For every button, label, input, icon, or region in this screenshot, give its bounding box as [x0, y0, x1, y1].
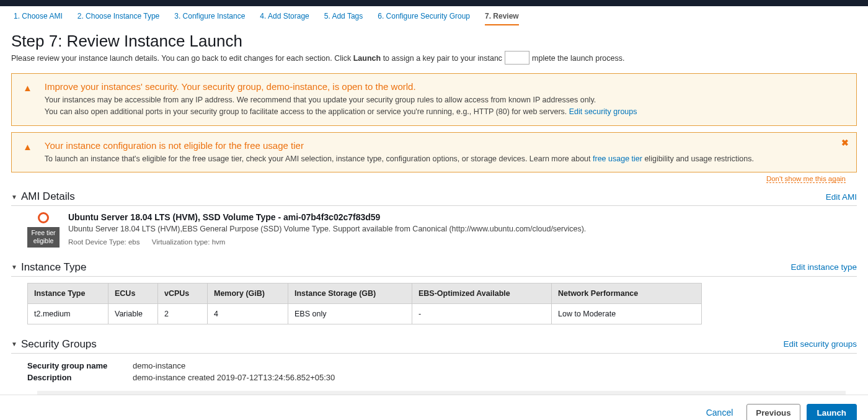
warning-icon: ▲ — [23, 83, 32, 118]
cell-memory: 4 — [208, 303, 288, 324]
section-title-ami: AMI Details — [21, 190, 826, 203]
dont-show-again-link[interactable]: Don't show me this again — [766, 175, 846, 183]
col-memory: Memory (GiB) — [208, 283, 288, 303]
thumbnail-icon — [505, 51, 529, 65]
ami-details-section: ▼ AMI Details Edit AMI Free tier eligibl… — [11, 188, 857, 247]
instance-type-table: Instance Type ECUs vCPUs Memory (GiB) In… — [27, 283, 702, 324]
subtitle-bold: Launch — [353, 54, 381, 63]
wizard-step-4[interactable]: 4. Add Storage — [260, 12, 309, 24]
sg-name-value: demo-instance — [133, 361, 185, 370]
footer-bar: Cancel Previous Launch — [0, 395, 868, 421]
instance-type-section: ▼ Instance Type Edit instance type Insta… — [11, 259, 857, 324]
security-groups-section: ▼ Security Groups Edit security groups S… — [11, 336, 857, 395]
sg-name-label: Security group name — [27, 361, 133, 370]
cell-ecus: Variable — [108, 303, 158, 324]
edit-security-groups-link[interactable]: Edit security groups — [569, 107, 637, 116]
alert-line1: Your instances may be accessible from an… — [45, 94, 848, 106]
page-subtitle: Please review your instance launch detai… — [11, 52, 868, 66]
wizard-step-3[interactable]: 3. Configure Instance — [174, 12, 245, 24]
free-tier-warning-alert: ▲ Your instance configuration is not eli… — [11, 132, 857, 173]
col-network: Network Performance — [552, 283, 702, 303]
cell-ebs-optimized: - — [412, 303, 552, 324]
edit-instance-type-link[interactable]: Edit instance type — [790, 262, 857, 272]
page-title: Step 7: Review Instance Launch — [11, 32, 868, 51]
col-storage: Instance Storage (GB) — [288, 283, 412, 303]
table-row: t2.medium Variable 2 4 EBS only - Low to… — [28, 303, 702, 324]
section-title-security-groups: Security Groups — [21, 338, 784, 351]
alert2-text-pre: To launch an instance that's eligible fo… — [45, 154, 593, 163]
section-title-instance-type: Instance Type — [21, 261, 791, 274]
ubuntu-icon — [38, 212, 49, 223]
edit-ami-link[interactable]: Edit AMI — [826, 192, 857, 202]
wizard-step-2[interactable]: 2. Choose Instance Type — [78, 12, 160, 24]
security-warning-alert: ▲ Improve your instances' security. Your… — [11, 73, 857, 126]
col-ecus: ECUs — [108, 283, 158, 303]
close-icon[interactable]: ✖ — [841, 138, 849, 148]
top-nav-bar — [0, 0, 868, 6]
alert-title: Your instance configuration is not eligi… — [45, 140, 848, 151]
cancel-button[interactable]: Cancel — [699, 404, 741, 420]
free-tier-badge: Free tier eligible — [27, 227, 60, 247]
edit-security-groups-link[interactable]: Edit security groups — [783, 339, 857, 349]
sg-desc-value: demo-instance created 2019-07-12T13:24:5… — [133, 373, 335, 382]
badge-line2: eligible — [31, 237, 56, 245]
alert-title: Improve your instances' security. Your s… — [45, 81, 848, 92]
wizard-steps: 1. Choose AMI 2. Choose Instance Type 3.… — [0, 6, 868, 29]
wizard-step-5[interactable]: 5. Add Tags — [324, 12, 363, 24]
wizard-step-7[interactable]: 7. Review — [485, 12, 519, 25]
col-ebs-optimized: EBS-Optimized Available — [412, 283, 552, 303]
sg-desc-label: Description — [27, 373, 133, 382]
subtitle-mid: to assign a key pair to your instanc — [381, 54, 502, 63]
cell-vcpus: 2 — [158, 303, 208, 324]
ami-title: Ubuntu Server 18.04 LTS (HVM), SSD Volum… — [68, 212, 857, 222]
cell-network: Low to Moderate — [552, 303, 702, 324]
subtitle-post: mplete the launch process. — [532, 54, 624, 63]
col-vcpus: vCPUs — [158, 283, 208, 303]
table-header-row: Instance Type ECUs vCPUs Memory (GiB) In… — [28, 283, 702, 303]
caret-down-icon[interactable]: ▼ — [11, 341, 17, 347]
subtitle-pre: Please review your instance launch detai… — [11, 54, 353, 63]
wizard-step-1[interactable]: 1. Choose AMI — [14, 12, 63, 24]
previous-button[interactable]: Previous — [746, 404, 800, 421]
wizard-step-6[interactable]: 6. Configure Security Group — [378, 12, 470, 24]
cell-instance-type: t2.medium — [28, 303, 108, 324]
root-device-type: Root Device Type: ebs — [68, 238, 140, 246]
free-usage-tier-link[interactable]: free usage tier — [593, 154, 642, 163]
alert2-text-post: eligibility and usage restrictions. — [644, 154, 753, 163]
cell-storage: EBS only — [288, 303, 412, 324]
alert-line2: You can also open additional ports in yo… — [45, 107, 569, 116]
warning-icon: ▲ — [23, 141, 32, 165]
badge-line1: Free tier — [31, 229, 56, 237]
caret-down-icon[interactable]: ▼ — [11, 194, 17, 200]
launch-button[interactable]: Launch — [807, 404, 857, 421]
col-instance-type: Instance Type — [28, 283, 108, 303]
ami-description: Ubuntu Server 18.04 LTS (HVM),EBS Genera… — [68, 225, 857, 233]
caret-down-icon[interactable]: ▼ — [11, 264, 17, 270]
virtualization-type: Virtualization type: hvm — [152, 238, 226, 246]
